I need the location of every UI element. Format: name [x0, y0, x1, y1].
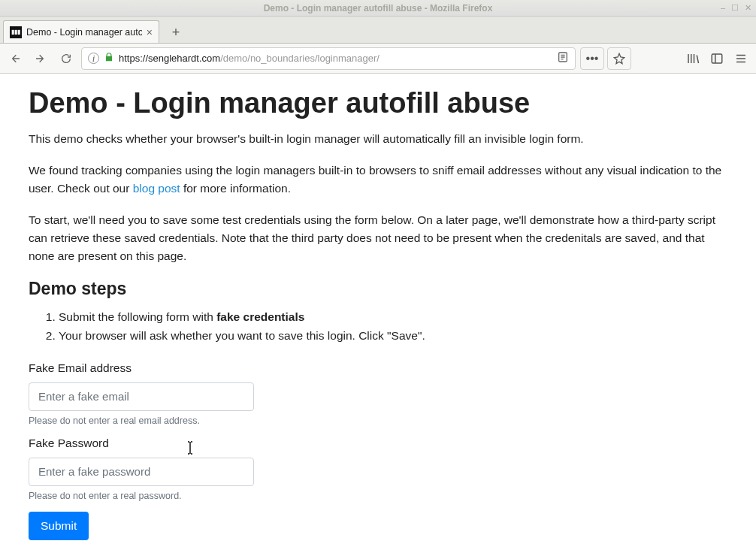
password-group: Fake Password Please do not enter a real…: [29, 437, 727, 501]
toolbar-right: •••: [580, 47, 751, 70]
library-button[interactable]: [682, 48, 703, 69]
back-button[interactable]: [5, 48, 26, 69]
email-input[interactable]: [29, 382, 254, 411]
step-1: Submit the following form with fake cred…: [59, 308, 727, 325]
new-tab-button[interactable]: +: [165, 22, 186, 43]
password-label: Fake Password: [29, 437, 727, 450]
blog-post-link[interactable]: blog post: [133, 182, 180, 195]
step1-pre: Submit the following form with: [59, 310, 216, 323]
maximize-button[interactable]: ☐: [731, 3, 739, 13]
intro-paragraph-2: We found tracking companies using the lo…: [29, 162, 727, 198]
browser-toolbar: i https://senglehardt.com/demo/no_bounda…: [0, 44, 756, 74]
password-input[interactable]: [29, 458, 254, 486]
page-actions-button[interactable]: •••: [580, 47, 604, 70]
tab-label: Demo - Login manager autofi: [26, 27, 142, 38]
library-icon: [686, 52, 700, 65]
window-controls: – ☐ ✕: [721, 3, 751, 13]
svg-rect-1: [712, 54, 722, 63]
step-2: Your browser will ask whether you want t…: [59, 327, 727, 344]
forward-button[interactable]: [30, 48, 51, 69]
star-icon: [613, 53, 625, 65]
address-bar[interactable]: i https://senglehardt.com/demo/no_bounda…: [81, 47, 576, 70]
reader-mode-icon[interactable]: [557, 51, 569, 65]
reload-button[interactable]: [56, 48, 77, 69]
password-help-text: Please do not enter a real password.: [29, 491, 727, 501]
close-window-button[interactable]: ✕: [745, 3, 751, 13]
sidebars-button[interactable]: [706, 48, 727, 69]
site-info-icon[interactable]: i: [88, 53, 99, 64]
page-heading: Demo - Login manager autofill abuse: [29, 87, 727, 119]
url-path: /demo/no_boundaries/loginmanager/: [220, 53, 380, 64]
arrow-left-icon: [9, 53, 21, 65]
email-help-text: Please do not enter a real email address…: [29, 415, 727, 426]
sidebar-icon: [710, 52, 724, 65]
lock-icon: [104, 52, 114, 65]
url-text: https://senglehardt.com/demo/no_boundari…: [119, 53, 552, 64]
arrow-right-icon: [35, 53, 47, 65]
step1-bold: fake credentials: [216, 310, 304, 323]
window-title: Demo - Login manager autofill abuse - Mo…: [264, 3, 493, 14]
tab-bar: ▮▮▮ Demo - Login manager autofi × +: [0, 17, 756, 44]
app-menu-button[interactable]: [730, 48, 751, 69]
bookmark-button[interactable]: [607, 47, 631, 70]
window-titlebar: Demo - Login manager autofill abuse - Mo…: [0, 0, 756, 17]
minimize-button[interactable]: –: [721, 3, 725, 13]
page-content: Demo - Login manager autofill abuse This…: [0, 74, 756, 556]
intro-paragraph-1: This demo checks whether your browser's …: [29, 130, 727, 148]
tab-favicon-icon: ▮▮▮: [10, 26, 22, 38]
browser-tab-active[interactable]: ▮▮▮ Demo - Login manager autofi ×: [3, 20, 159, 43]
email-group: Fake Email address Please do not enter a…: [29, 361, 727, 426]
menu-icon: [734, 52, 748, 65]
url-host: https://senglehardt.com: [119, 53, 220, 64]
intro2-post: for more information.: [180, 182, 291, 195]
demo-steps-list: Submit the following form with fake cred…: [29, 308, 727, 345]
demo-steps-heading: Demo steps: [29, 279, 727, 299]
submit-button[interactable]: Submit: [29, 512, 89, 540]
reload-icon: [60, 53, 72, 65]
tab-close-button[interactable]: ×: [147, 26, 153, 38]
intro-paragraph-3: To start, we'll need you to save some te…: [29, 211, 727, 265]
email-label: Fake Email address: [29, 361, 727, 375]
